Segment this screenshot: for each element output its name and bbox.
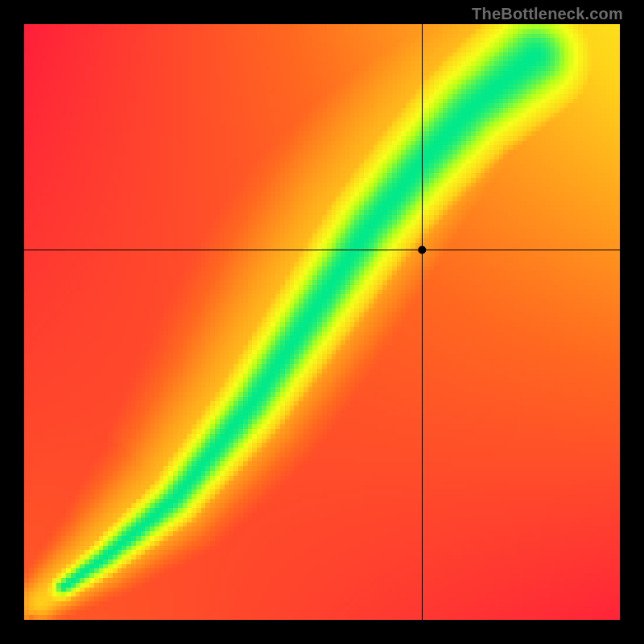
chart-container: TheBottleneck.com [0, 0, 644, 644]
heatmap-canvas [24, 24, 620, 620]
watermark-text: TheBottleneck.com [472, 5, 623, 23]
plot-area [24, 24, 620, 620]
